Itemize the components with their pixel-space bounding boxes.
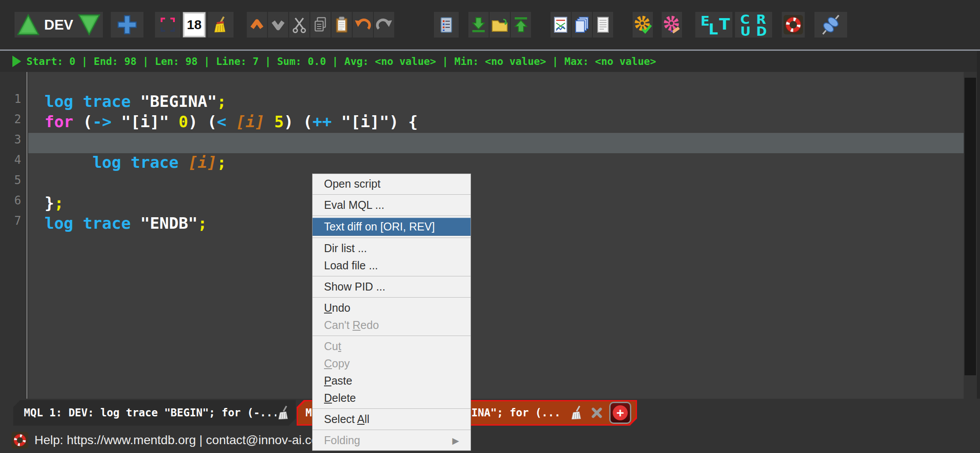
line-number: 7 bbox=[0, 214, 26, 234]
menu-item-open-script[interactable]: Open script bbox=[313, 175, 471, 193]
tab-label: MQL 1: DEV: log trace "BEGIN"; for (-... bbox=[24, 407, 276, 419]
menu-item-folding: Folding▶ bbox=[313, 432, 471, 449]
help-button[interactable] bbox=[782, 12, 805, 38]
window-right-edge bbox=[977, 51, 980, 453]
white-document-icon bbox=[594, 16, 612, 34]
elt-button[interactable]: E L T bbox=[695, 12, 732, 38]
menu-separator bbox=[313, 408, 471, 409]
code-line[interactable]: for (-> "[i]" 0) (< [i] 5) (++ "[i]") { bbox=[28, 113, 964, 133]
vertical-scrollbar[interactable] bbox=[964, 72, 977, 399]
mentdb-editor-window: DEV 18 bbox=[0, 0, 980, 453]
gear-check-icon bbox=[633, 15, 652, 34]
undo-button[interactable] bbox=[353, 12, 373, 38]
menu-item-load-file[interactable]: Load file ... bbox=[313, 257, 471, 274]
nav-up-button[interactable] bbox=[247, 12, 267, 38]
line-number: 6 bbox=[0, 194, 26, 214]
menu-item-select-all[interactable]: Select All bbox=[313, 411, 471, 428]
submenu-arrow-icon: ▶ bbox=[452, 435, 459, 446]
clipboard-icon bbox=[333, 16, 351, 34]
elt-letter-l: L bbox=[709, 22, 718, 37]
plus-icon: + bbox=[613, 405, 628, 420]
connector-button[interactable] bbox=[814, 12, 847, 38]
blue-pages-icon bbox=[573, 16, 591, 34]
tab-mql-1[interactable]: MQL 1: DEV: log trace "BEGIN"; for (-... bbox=[13, 400, 296, 426]
code-line[interactable] bbox=[28, 174, 964, 194]
nav-down-button[interactable] bbox=[268, 12, 288, 38]
code-area[interactable]: log trace "BEGINA";for (-> "[i]" 0) (< [… bbox=[28, 72, 964, 399]
selection-frame-button[interactable] bbox=[155, 12, 181, 38]
run-up-button[interactable] bbox=[17, 13, 40, 36]
selection-corners-icon bbox=[159, 16, 177, 34]
code-line[interactable]: }; bbox=[28, 194, 964, 214]
pages-button[interactable] bbox=[572, 12, 592, 38]
menu-item-show-pid[interactable]: Show PID ... bbox=[313, 278, 471, 295]
code-line[interactable]: log trace [i]; bbox=[28, 153, 964, 174]
editor-tabs-row: MQL 1: DEV: log trace "BEGIN"; for (-...… bbox=[0, 399, 980, 427]
copy-button[interactable] bbox=[310, 12, 331, 38]
code-line[interactable]: log trace "BEGINA"; bbox=[28, 92, 964, 113]
undo-icon bbox=[354, 16, 372, 34]
plus-icon bbox=[117, 14, 138, 35]
plug-icon bbox=[817, 13, 845, 36]
settings-edit-button[interactable] bbox=[662, 12, 682, 38]
clean-button[interactable] bbox=[208, 12, 234, 38]
green-up-arrow-icon bbox=[512, 16, 530, 34]
copy-icon bbox=[312, 16, 329, 34]
menu-item-delete[interactable]: Delete bbox=[313, 389, 471, 407]
run-down-button[interactable] bbox=[78, 13, 101, 36]
menu-item-can-t-redo: Can't Redo bbox=[313, 317, 471, 334]
chart-button[interactable] bbox=[550, 12, 571, 38]
document-button[interactable] bbox=[593, 12, 613, 38]
menu-separator bbox=[313, 238, 471, 238]
task-list-document-icon bbox=[437, 16, 455, 34]
menu-separator bbox=[313, 194, 471, 195]
menu-separator bbox=[313, 215, 471, 216]
line-number: 1 bbox=[0, 92, 26, 113]
line-number: 4 bbox=[0, 153, 26, 174]
lifebuoy-icon bbox=[11, 432, 28, 449]
gear-edit-icon bbox=[662, 15, 682, 34]
statusbar-text: Start: 0 | End: 98 | Len: 98 | Line: 7 |… bbox=[26, 56, 656, 67]
add-tab-button[interactable]: + bbox=[609, 402, 631, 424]
open-folder-button[interactable] bbox=[490, 12, 510, 38]
code-line-current[interactable] bbox=[28, 133, 964, 153]
export-button[interactable] bbox=[511, 12, 531, 38]
context-menu: Open scriptEval MQL ...Text diff on [ORI… bbox=[312, 174, 471, 451]
green-down-arrow-icon bbox=[470, 16, 487, 34]
menu-item-dir-list[interactable]: Dir list ... bbox=[313, 240, 471, 257]
environment-label: DEV bbox=[44, 17, 73, 33]
paste-button[interactable] bbox=[332, 12, 352, 38]
task-list-button[interactable] bbox=[434, 12, 459, 38]
menu-item-paste[interactable]: Paste bbox=[313, 372, 471, 389]
menu-separator bbox=[313, 297, 471, 298]
crud-letter-u: U bbox=[740, 25, 751, 38]
settings-validate-button[interactable] bbox=[633, 12, 653, 38]
line-number: 3 bbox=[0, 133, 26, 153]
new-editor-button[interactable] bbox=[111, 12, 143, 38]
redo-button[interactable] bbox=[374, 12, 394, 38]
crud-button[interactable]: C R U D bbox=[735, 12, 772, 38]
run-env-group: DEV bbox=[15, 12, 103, 38]
menu-item-undo[interactable]: Undo bbox=[313, 299, 471, 317]
code-line[interactable]: log trace "ENDB"; bbox=[28, 214, 964, 234]
crud-letter-d: D bbox=[756, 25, 767, 38]
menu-item-text-diff-on-ori-rev[interactable]: Text diff on [ORI, REV] bbox=[313, 218, 471, 236]
help-text: Help: https://www.mentdb.org | contact@i… bbox=[34, 433, 328, 447]
font-size-control[interactable]: 18 bbox=[181, 12, 207, 38]
folder-icon bbox=[491, 16, 509, 34]
broom-icon[interactable] bbox=[276, 405, 291, 420]
code-editor[interactable]: 1234567 log trace "BEGINA";for (-> "[i]"… bbox=[0, 72, 977, 399]
close-icon[interactable] bbox=[591, 407, 603, 419]
font-size-value[interactable]: 18 bbox=[183, 12, 205, 37]
elt-letter-t: T bbox=[719, 16, 730, 32]
broom-icon[interactable] bbox=[569, 405, 584, 420]
import-button[interactable] bbox=[468, 12, 489, 38]
redo-icon bbox=[375, 16, 393, 34]
toolbar: DEV 18 bbox=[0, 0, 980, 49]
line-number-gutter: 1234567 bbox=[0, 72, 27, 399]
play-icon[interactable] bbox=[12, 56, 21, 67]
cut-button[interactable] bbox=[289, 12, 309, 38]
lifebuoy-icon bbox=[784, 15, 803, 34]
menu-item-eval-mql[interactable]: Eval MQL ... bbox=[313, 196, 471, 214]
scrollbar-thumb[interactable] bbox=[965, 78, 976, 375]
